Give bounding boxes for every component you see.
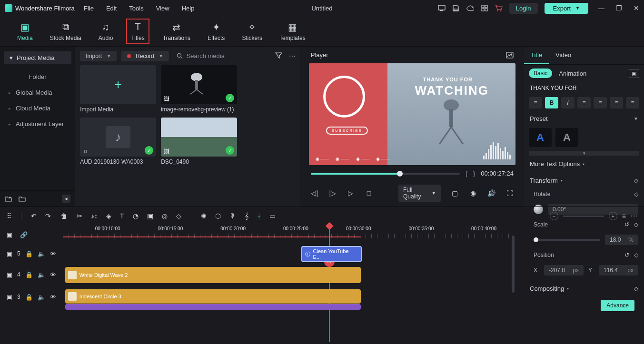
clip-title[interactable]: Ⓣ Clean YouTube E... [301,246,362,262]
menu-view[interactable]: View [156,5,169,12]
align-right-button[interactable]: ≡ [610,97,623,108]
delete-icon[interactable]: 🗑 [60,212,67,220]
menu-file[interactable]: File [84,5,94,12]
crop-icon[interactable]: ▣ [147,212,153,220]
visibility-icon[interactable]: 👁 [50,294,56,301]
camera-icon[interactable]: ◉ [469,189,477,197]
visibility-icon[interactable]: 👁 [50,271,56,278]
zoom-slider[interactable] [563,216,604,217]
sidebar-folder[interactable]: Folder [0,69,75,85]
keyframe-tool-icon[interactable]: ◇ [176,212,181,220]
fullscreen-icon[interactable]: ⛶ [506,189,514,197]
import-media-tile[interactable]: + Import Media [80,65,156,113]
mark-in-icon[interactable]: { [466,170,467,177]
player-viewport[interactable]: SUBSCRIBE ◉ ——◉ ——◉ ——◉ —— THANK YOU FOR… [309,63,515,165]
cart-icon[interactable] [495,4,503,12]
tab-titles[interactable]: T Titles [126,19,149,44]
more-text-options[interactable]: More Text Options▴ [524,156,644,172]
track-header-4[interactable]: ▣ 4 🔒 🔈 👁 [7,271,63,278]
undo-icon[interactable]: ↶ [31,212,37,220]
keyframe-icon[interactable]: ◇ [634,191,638,197]
login-button[interactable]: Login [509,3,538,14]
redo-icon[interactable]: ↷ [45,212,51,220]
mute-icon[interactable]: 🔈 [38,250,45,257]
window-minimize-icon[interactable]: — [598,4,604,12]
sidebar-adjustment-layer[interactable]: ▸Adjustment Layer [0,116,75,132]
preset-section[interactable]: Preset▼ [524,111,644,126]
tab-transitions[interactable]: ⇄ Transitions [159,20,194,43]
play-icon[interactable]: ▷ [347,189,355,197]
record-dropdown[interactable]: Record▼ [121,51,169,61]
track-header-3[interactable]: ▣ 3 🔒 🔈 👁 [7,294,63,301]
scrub-knob[interactable] [397,171,403,177]
aspect-icon[interactable]: ▭ [269,212,276,220]
preset-swatch[interactable]: A [555,128,578,147]
export-button[interactable]: Export▼ [545,3,589,14]
tab-stickers[interactable]: ✧ Stickers [238,20,266,43]
apps-icon[interactable] [481,4,488,12]
align-left-button[interactable]: ≡ [577,97,591,108]
italic-button[interactable]: I [561,97,575,108]
zoom-in-icon[interactable]: + [609,212,617,220]
clip-audio[interactable] [65,304,361,310]
auto-beat-sync-icon[interactable]: ⟊ [257,212,261,220]
bold-button[interactable]: B [545,97,558,108]
tab-effects[interactable]: ✦ Effects [204,20,228,43]
clip-video[interactable]: Iridescent Circle 3 [65,289,361,304]
preset-swatch[interactable]: A [529,128,552,147]
zoom-out-icon[interactable]: − [550,212,558,220]
mute-icon[interactable]: 🔈 [38,271,45,278]
timeline-vscroll[interactable] [512,236,515,293]
text-tool-icon[interactable]: T [120,212,124,220]
mark-out-icon[interactable]: } [473,170,475,177]
sidebar-cloud-media[interactable]: ▸Cloud Media [0,100,75,116]
tab-templates[interactable]: ▦ Templates [276,20,309,43]
sidebar-global-media[interactable]: ▸Global Media [0,85,75,100]
split-icon[interactable]: ✂ [77,212,82,220]
transform-section[interactable]: Transform▾◇ [524,172,644,189]
speed-icon[interactable]: ◔ [133,212,139,220]
keyframe-icon[interactable]: ◇ [634,177,638,184]
more-icon[interactable]: ⋯ [289,52,296,60]
timeline-layout-icon[interactable]: ▣ [7,231,12,238]
media-thumb[interactable]: 🖼 ✓ image-removebg-preview (1) [161,65,237,113]
window-maximize-icon[interactable]: ❐ [616,4,622,12]
timeline-ruler[interactable]: 00:00:10:00 00:00:15:00 00:00:20:00 00:0… [63,226,511,243]
import-dropdown[interactable]: Import▼ [80,51,117,61]
align-justify-button[interactable]: ≡ [626,97,639,108]
tab-media[interactable]: ▣ Media [13,20,37,43]
folder-icon[interactable] [19,196,26,202]
audio-detach-icon[interactable]: ♪↕ [91,212,98,220]
player-scrub[interactable] [311,173,460,175]
playback-quality-dropdown[interactable]: Full Quality▼ [398,185,441,202]
step-back-icon[interactable]: ◁| [311,189,318,197]
tab-stock-media[interactable]: ⧉ Stock Media [46,20,85,43]
stop-icon[interactable]: □ [365,189,373,197]
media-thumb[interactable]: ♪ ♫ ✓ AUD-20190130-WA0003 [80,118,156,165]
menu-edit[interactable]: Edit [106,5,117,12]
collapse-sidebar-icon[interactable]: ◂ [62,195,70,203]
new-folder-icon[interactable] [5,196,12,202]
link-icon[interactable]: 🔗 [20,231,28,238]
mixer-icon[interactable]: 𝄞 [245,212,248,220]
window-close-icon[interactable]: ✕ [634,4,639,12]
device-icon[interactable] [438,4,446,12]
inspector-tab-video[interactable]: Video [549,47,578,64]
line-spacing-icon[interactable]: ≡ [529,97,542,108]
filter-icon[interactable] [275,52,282,60]
save-icon[interactable] [452,4,460,12]
search-media-input[interactable]: Search media [174,50,270,61]
align-center-button[interactable]: ≡ [594,97,607,108]
timeline-options-icon[interactable]: ⠿ [7,212,11,220]
color-icon[interactable]: ◎ [162,212,168,220]
display-icon[interactable]: ▢ [451,189,459,197]
mask-icon[interactable]: ⬡ [215,212,221,220]
mute-icon[interactable]: 🔈 [38,294,45,301]
lock-icon[interactable]: 🔒 [25,250,33,257]
volume-icon[interactable]: 🔊 [487,189,495,197]
visibility-icon[interactable]: 👁 [50,250,56,257]
menu-tools[interactable]: Tools [129,5,143,12]
media-thumb[interactable]: 🖼 ✓ DSC_0490 [161,118,237,165]
tab-audio[interactable]: ♫ Audio [95,20,117,43]
voiceover-icon[interactable]: 🎙 [229,212,236,220]
